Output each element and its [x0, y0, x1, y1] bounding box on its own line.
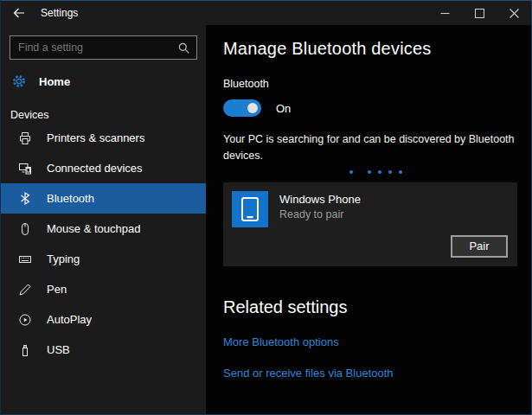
phone-icon [232, 191, 268, 227]
maximize-icon [475, 9, 484, 18]
main-panel: Manage Bluetooth devices Bluetooth On Yo… [206, 25, 531, 414]
pen-icon [18, 283, 32, 297]
sidebar: Home Devices Printers & scanners Connect… [1, 25, 206, 414]
bluetooth-toggle-label: Bluetooth [223, 78, 531, 90]
back-button[interactable] [1, 1, 37, 25]
toggle-knob [247, 103, 258, 113]
search-box [10, 35, 197, 60]
progress-dot [399, 170, 402, 174]
gear-icon [12, 74, 26, 88]
close-icon [510, 9, 519, 18]
search-input[interactable] [16, 41, 176, 54]
sidebar-item-label: Pen [47, 283, 67, 296]
device-text-block: Windows Phone Ready to pair [279, 191, 361, 227]
usb-icon [18, 343, 32, 357]
sidebar-item-home[interactable]: Home [1, 65, 206, 98]
progress-dot [388, 170, 392, 174]
sidebar-item-label: Bluetooth [47, 192, 94, 205]
sidebar-item-label: AutoPlay [47, 313, 92, 326]
pair-button[interactable]: Pair [451, 235, 508, 258]
sidebar-item-bluetooth[interactable]: Bluetooth [1, 183, 206, 214]
bluetooth-icon [18, 192, 32, 206]
mouse-icon [18, 222, 32, 236]
sidebar-group-label: Devices [10, 109, 206, 121]
close-button[interactable] [497, 1, 531, 25]
maximize-button[interactable] [462, 1, 497, 25]
search-icon[interactable] [176, 41, 190, 54]
send-receive-files-link[interactable]: Send or receive files via Bluetooth [223, 367, 394, 380]
sidebar-item-label: Typing [47, 252, 80, 265]
progress-dot [368, 170, 371, 174]
discovery-status-text: Your PC is searching for and can be disc… [223, 131, 528, 164]
window-title: Settings [41, 7, 78, 19]
autoplay-icon [18, 313, 32, 327]
minimize-icon [440, 9, 450, 18]
progress-dot [349, 170, 353, 174]
connected-devices-icon [18, 162, 32, 176]
sidebar-item-pen[interactable]: Pen [1, 274, 206, 304]
sidebar-item-mouse-touchpad[interactable]: Mouse & touchpad [1, 214, 206, 244]
window-body: Home Devices Printers & scanners Connect… [1, 25, 531, 414]
device-card-windows-phone[interactable]: Windows Phone Ready to pair Pair [223, 182, 517, 266]
toggle-state-label: On [276, 102, 291, 115]
device-card-info: Windows Phone Ready to pair [232, 191, 508, 227]
sidebar-item-usb[interactable]: USB [1, 335, 206, 365]
back-arrow-icon [12, 6, 26, 20]
sidebar-item-connected-devices[interactable]: Connected devices [1, 153, 206, 183]
sidebar-item-printers-scanners[interactable]: Printers & scanners [1, 123, 206, 153]
sidebar-home-label: Home [39, 75, 70, 88]
sidebar-item-autoplay[interactable]: AutoPlay [1, 304, 206, 335]
sidebar-item-label: Printers & scanners [47, 131, 144, 144]
related-settings-heading: Related settings [223, 297, 531, 317]
bluetooth-toggle[interactable] [223, 99, 261, 117]
keyboard-icon [18, 252, 32, 266]
device-status: Ready to pair [279, 208, 361, 220]
sidebar-item-typing[interactable]: Typing [1, 244, 206, 274]
sidebar-item-label: Mouse & touchpad [47, 222, 140, 235]
device-card-actions: Pair [232, 235, 508, 258]
progress-dot [378, 170, 381, 174]
searching-progress-indicator [223, 170, 528, 174]
device-name: Windows Phone [279, 193, 361, 206]
titlebar: Settings [1, 1, 531, 25]
minimize-button[interactable] [427, 1, 462, 25]
bluetooth-toggle-row: On [223, 99, 531, 117]
window-controls [427, 1, 531, 25]
more-bluetooth-options-link[interactable]: More Bluetooth options [223, 335, 339, 348]
settings-window: Settings [0, 0, 532, 415]
page-title: Manage Bluetooth devices [223, 39, 531, 59]
sidebar-item-label: USB [47, 343, 70, 356]
sidebar-item-label: Connected devices [47, 162, 143, 175]
printer-icon [18, 131, 32, 145]
